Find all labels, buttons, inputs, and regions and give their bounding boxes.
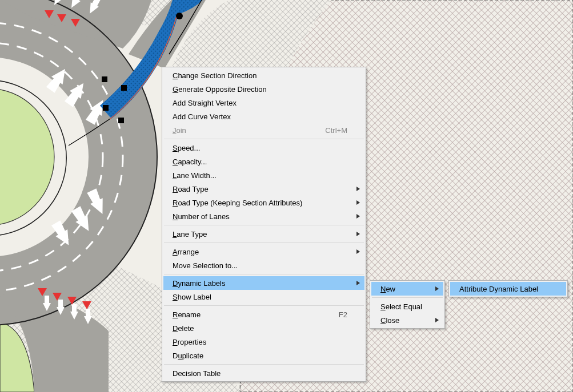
menu-item-decision-table[interactable]: Decision Table: [163, 366, 364, 380]
menu-item-change-section-direction[interactable]: Change Section Direction: [163, 68, 364, 82]
menu-separator: [164, 139, 364, 139]
submenu-arrow-icon: [356, 214, 360, 219]
menu-item-label: Add Straight Vertex: [173, 99, 237, 107]
menu-item-label: Road Type: [173, 185, 209, 193]
menu-item-properties[interactable]: Properties: [163, 335, 364, 349]
submenu-arrow-icon: [356, 281, 360, 285]
menu-item-select-equal[interactable]: Select Equal: [371, 300, 443, 313]
menu-item-label: New: [380, 285, 395, 293]
menu-item-label: Arrange: [173, 248, 199, 256]
menu-item-label: Join: [173, 126, 186, 135]
menu-separator: [164, 305, 364, 306]
menu-item-label: Generate Opposite Direction: [173, 85, 267, 94]
menu-item-add-straight-vertex[interactable]: Add Straight Vertex: [163, 96, 364, 110]
dynamic-labels-submenu: NewSelect EqualClose: [370, 280, 445, 329]
menu-item-close[interactable]: Close: [371, 313, 443, 327]
svg-point-8: [0, 88, 54, 225]
menu-shortcut: F2: [339, 310, 347, 319]
menu-item-add-curve-vertex[interactable]: Add Curve Vertex: [163, 110, 364, 123]
edit-handle[interactable]: [103, 105, 109, 111]
submenu-arrow-icon: [356, 200, 360, 205]
menu-separator: [164, 274, 364, 274]
menu-separator: [164, 364, 364, 365]
section-context-menu: Change Section DirectionGenerate Opposit…: [162, 67, 366, 382]
menu-item-lane-type[interactable]: Lane Type: [163, 227, 364, 241]
submenu-arrow-icon: [435, 318, 439, 322]
submenu-arrow-icon: [356, 232, 360, 236]
menu-item-delete[interactable]: Delete: [163, 321, 364, 335]
menu-item-label: Show Label: [173, 293, 211, 301]
menu-separator: [372, 297, 443, 298]
menu-item-duplicate[interactable]: Duplicate: [163, 349, 364, 362]
menu-item-label: Decision Table: [173, 369, 221, 378]
edit-handle[interactable]: [121, 85, 127, 91]
menu-item-label: Add Curve Vertex: [173, 112, 231, 121]
menu-item-attribute-dynamic-label[interactable]: Attribute Dynamic Label: [450, 282, 566, 296]
menu-item-generate-opposite-direction[interactable]: Generate Opposite Direction: [163, 82, 364, 96]
menu-item-label: Duplicate: [173, 351, 203, 360]
menu-item-rename[interactable]: RenameF2: [163, 308, 364, 321]
menu-shortcut: Ctrl+M: [325, 126, 347, 135]
menu-item-road-type-keeping[interactable]: Road Type (Keeping Section Attributes): [163, 196, 364, 209]
submenu-arrow-icon: [356, 187, 360, 191]
submenu-arrow-icon: [356, 249, 360, 254]
menu-item-label: Select Equal: [380, 302, 422, 311]
menu-item-arrange[interactable]: Arrange: [163, 245, 364, 258]
menu-item-speed[interactable]: Speed...: [163, 141, 364, 155]
dynamic-labels-new-submenu: Attribute Dynamic Label: [448, 280, 568, 297]
menu-item-move-selection-to[interactable]: Move Selection to...: [163, 258, 364, 272]
menu-item-label: Speed...: [173, 144, 200, 152]
menu-item-new[interactable]: New: [371, 282, 443, 296]
menu-separator: [164, 225, 364, 225]
menu-item-label: Delete: [173, 324, 194, 333]
menu-item-label: Dynamic Labels: [173, 279, 226, 288]
menu-item-label: Number of Lanes: [173, 212, 230, 221]
edit-handle[interactable]: [118, 118, 124, 123]
menu-item-road-type[interactable]: Road Type: [163, 182, 364, 196]
menu-item-dynamic-labels[interactable]: Dynamic Labels: [163, 276, 364, 290]
menu-item-label: Properties: [173, 338, 206, 346]
section-end-vertex[interactable]: [176, 13, 183, 19]
menu-item-label: Attribute Dynamic Label: [459, 285, 538, 293]
menu-item-label: Lane Type: [173, 230, 207, 239]
menu-item-label: Rename: [173, 310, 201, 319]
menu-item-label: Road Type (Keeping Section Attributes): [173, 199, 302, 207]
menu-item-label: Change Section Direction: [173, 71, 257, 80]
menu-item-label: Capacity...: [173, 157, 207, 166]
edit-handle[interactable]: [102, 76, 107, 82]
menu-item-number-of-lanes[interactable]: Number of Lanes: [163, 209, 364, 223]
map-canvas[interactable]: Change Section DirectionGenerate Opposit…: [0, 0, 573, 392]
menu-item-show-label[interactable]: Show Label: [163, 290, 364, 304]
menu-separator: [164, 243, 364, 243]
submenu-arrow-icon: [435, 286, 439, 291]
menu-item-join[interactable]: JoinCtrl+M: [163, 123, 364, 137]
menu-item-lane-width[interactable]: Lane Width...: [163, 168, 364, 182]
menu-item-label: Move Selection to...: [173, 261, 238, 270]
menu-item-label: Lane Width...: [173, 171, 217, 180]
menu-item-capacity[interactable]: Capacity...: [163, 155, 364, 168]
menu-item-label: Close: [380, 316, 399, 325]
